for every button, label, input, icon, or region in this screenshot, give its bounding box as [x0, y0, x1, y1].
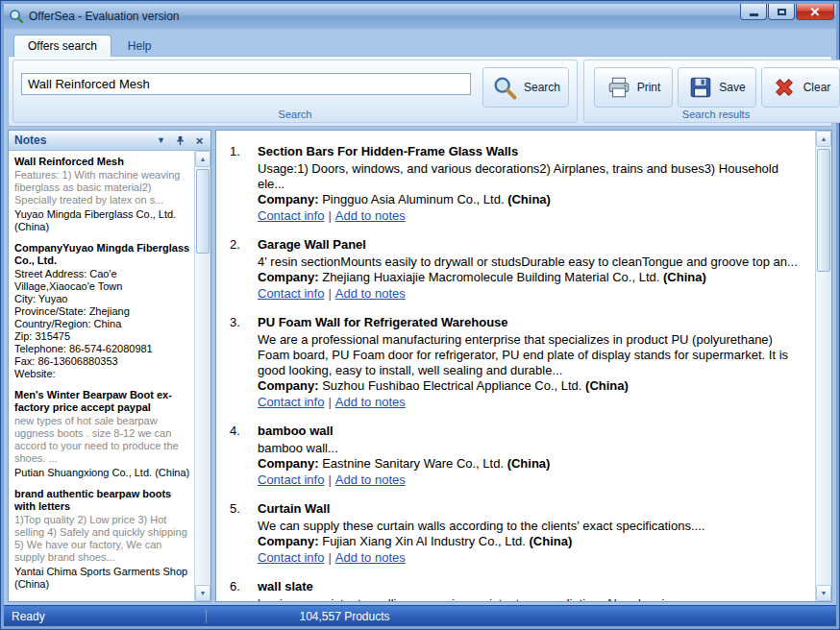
results-scroll-down-icon[interactable]: ▼: [816, 585, 831, 601]
company-label: Company:: [258, 192, 319, 206]
add-to-notes-link[interactable]: Add to notes: [335, 472, 406, 487]
contact-info-link[interactable]: Contact info: [258, 395, 324, 409]
result-title: wall slate: [258, 579, 807, 594]
note-detail-line: Street Address: Cao'e Village,Xiaocao'e …: [14, 268, 190, 293]
maximize-icon: [778, 9, 786, 15]
note-description: 1)Top quality 2) Low price 3) Hot sellin…: [14, 514, 190, 564]
notes-body: Wall Reinforced Mesh Features: 1) With m…: [9, 151, 210, 601]
note-detail-line: Fax: 86-13606880353: [14, 355, 190, 368]
add-to-notes-link[interactable]: Add to notes: [335, 550, 406, 565]
content-area: Notes ▼ × Wall Reinforced Mesh Features:…: [1, 127, 839, 605]
results-scrollbar[interactable]: ▲ ▼: [815, 131, 831, 601]
result-links: Contact info|Add to notes: [258, 208, 807, 224]
print-icon: [606, 75, 631, 100]
maximize-button[interactable]: [768, 4, 795, 20]
result-item: 1. Section Bars For Hidden-Frame Glass W…: [230, 144, 807, 224]
add-to-notes-link[interactable]: Add to notes: [335, 208, 406, 223]
result-number: 1.: [230, 144, 249, 224]
result-item: 5. Curtain Wall We can supply these curt…: [230, 501, 807, 566]
search-button-label: Search: [524, 81, 560, 94]
note-detail-line: Province/State: Zhejiang: [14, 305, 190, 318]
note-item[interactable]: Wall Reinforced Mesh Features: 1) With m…: [14, 156, 190, 233]
result-title: Section Bars For Hidden-Frame Glass Wall…: [258, 144, 807, 159]
window-title: OfferSea - Evaluation version: [29, 10, 735, 23]
notes-scroll-track[interactable]: [195, 167, 210, 585]
contact-info-link[interactable]: Contact info: [258, 208, 324, 223]
notes-panel: Notes ▼ × Wall Reinforced Mesh Features:…: [8, 130, 211, 602]
search-input[interactable]: [21, 73, 471, 95]
note-company: Yuyao Mingda Fiberglass Co., Ltd. (China…: [14, 208, 190, 233]
company-name: Fujian Xiang Xin Al Industry Co., Ltd.: [322, 534, 529, 548]
result-number: 2.: [230, 237, 249, 302]
notes-panel-header: Notes ▼ ×: [9, 131, 210, 151]
result-description: Usage:1) Doors, windows, and various dec…: [258, 161, 807, 192]
company-name: Zhejiang Huaxiajie Macromolecule Buildin…: [322, 270, 663, 284]
notes-scroll-down-icon[interactable]: ▼: [195, 585, 210, 601]
note-detail-line: Country/Region: China: [14, 318, 190, 330]
add-to-notes-link[interactable]: Add to notes: [335, 395, 406, 409]
tab-help[interactable]: Help: [113, 35, 166, 57]
result-description: We are a professional manufacturing ente…: [258, 332, 807, 378]
app-icon: [9, 9, 24, 24]
note-item[interactable]: Men's Winter Bearpaw Boot ex-factory pri…: [14, 389, 190, 479]
titlebar: OfferSea - Evaluation version ✕: [4, 4, 836, 29]
clear-icon: [771, 74, 798, 101]
search-group-label: Search: [13, 109, 577, 120]
result-number: 5.: [230, 501, 249, 566]
note-detail-line: Zip: 315475: [14, 330, 190, 343]
clear-button[interactable]: Clear: [761, 67, 840, 108]
chevron-down-icon[interactable]: ▼: [154, 133, 168, 148]
contact-info-link[interactable]: Contact info: [258, 550, 324, 565]
note-company: Yantai Chima Sports Garments Shop (China…: [14, 566, 190, 591]
result-item: 4. bamboo wall bamboo wall... Company: E…: [230, 424, 807, 488]
search-button[interactable]: Search: [482, 67, 569, 108]
result-company-line: Company: Eastnine Sanitary Ware Co., Ltd…: [258, 456, 807, 472]
note-title: Men's Winter Bearpaw Boot ex-factory pri…: [14, 389, 190, 414]
search-icon: [491, 74, 518, 101]
company-name: Pingguo Asia Aluminum Co., Ltd.: [322, 192, 507, 206]
result-number: 3.: [230, 315, 249, 410]
minimize-icon: [750, 13, 758, 16]
notes-scroll-thumb[interactable]: [196, 169, 210, 254]
results-scroll-thumb[interactable]: [817, 149, 830, 272]
results-scroll-up-icon[interactable]: ▲: [816, 131, 831, 147]
notes-scroll-up-icon[interactable]: ▲: [195, 151, 210, 167]
company-name: Suzhou Fushibao Electrical Appliance Co.…: [322, 378, 585, 393]
note-detail-lines: Street Address: Cao'e Village,Xiaocao'e …: [14, 268, 190, 380]
note-item[interactable]: CompanyYuyao Mingda Fiberglass Co., Ltd.…: [14, 242, 190, 380]
add-to-notes-link[interactable]: Add to notes: [335, 286, 406, 301]
notes-close-icon[interactable]: ×: [192, 133, 207, 148]
company-label: Company:: [258, 534, 319, 548]
print-button[interactable]: Print: [594, 67, 673, 108]
result-links: Contact info|Add to notes: [258, 550, 807, 566]
save-icon: [688, 75, 713, 100]
save-button[interactable]: Save: [678, 67, 756, 108]
tab-label: Offers search: [28, 39, 97, 53]
link-separator: |: [328, 550, 331, 565]
results-scroll-track[interactable]: [816, 147, 831, 585]
result-title: Curtain Wall: [258, 501, 807, 517]
clear-button-label: Clear: [803, 81, 831, 94]
notes-panel-title: Notes: [14, 133, 46, 147]
tab-offers-search[interactable]: Offers search: [13, 35, 111, 57]
note-description: new types of hot sale bearpaw uggness bo…: [14, 415, 190, 465]
pin-icon[interactable]: [173, 133, 187, 148]
company-country: (China): [663, 270, 706, 284]
note-detail-line: Telephone: 86-574-62080981: [14, 343, 190, 355]
result-company-line: Company: Pingguo Asia Aluminum Co., Ltd.…: [258, 192, 807, 207]
note-item[interactable]: brand authentic bearpaw boots with lette…: [14, 488, 190, 591]
minimize-button[interactable]: [740, 4, 767, 20]
result-title: Garage Wall Panel: [258, 237, 807, 253]
note-title: CompanyYuyao Mingda Fiberglass Co., Ltd.: [14, 242, 190, 267]
close-button[interactable]: ✕: [796, 4, 834, 20]
result-number: 4.: [230, 424, 249, 488]
company-country: (China): [530, 534, 573, 548]
notes-scrollbar[interactable]: ▲ ▼: [194, 151, 210, 601]
search-results-group-label: Search results: [584, 109, 840, 120]
company-label: Company:: [258, 270, 319, 284]
contact-info-link[interactable]: Contact info: [258, 472, 324, 487]
tabs-row: Offers search Help: [4, 31, 836, 56]
contact-info-link[interactable]: Contact info: [258, 286, 324, 301]
results-panel: 1. Section Bars For Hidden-Frame Glass W…: [215, 130, 832, 602]
results-list: 1. Section Bars For Hidden-Frame Glass W…: [216, 131, 815, 601]
